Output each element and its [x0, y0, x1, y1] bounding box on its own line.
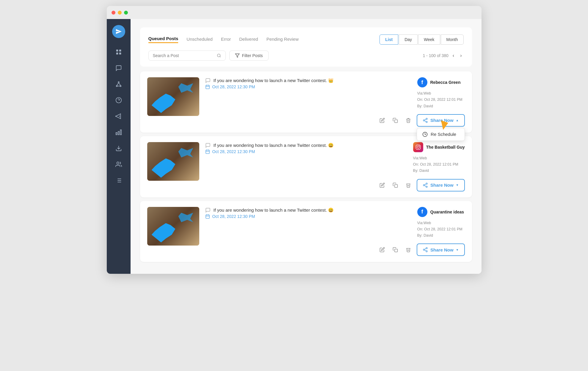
- app-layout: Queued Posts Unscheduled Error Delivered…: [107, 19, 482, 274]
- sidebar-item-network[interactable]: [111, 77, 126, 91]
- post-via-1: Via:Web: [417, 90, 462, 97]
- svg-rect-12: [120, 130, 121, 135]
- post-card-3: If you are wondering how to launch a new…: [140, 201, 472, 262]
- delete-button-3[interactable]: [404, 245, 413, 254]
- share-btn-wrapper-1: Share Now ▲ Re Schedule: [417, 114, 465, 127]
- tab-error[interactable]: Error: [221, 37, 231, 43]
- svg-rect-44: [395, 184, 398, 187]
- share-icon-1: [423, 118, 428, 123]
- sidebar-item-team[interactable]: [111, 158, 126, 171]
- reschedule-label: Re Schedule: [431, 132, 456, 137]
- post-actions-1: Share Now ▲ Re Schedule: [377, 114, 465, 127]
- sidebar-item-list[interactable]: [111, 174, 126, 187]
- search-input[interactable]: [153, 53, 215, 58]
- calendar-icon-1: [205, 84, 210, 89]
- svg-rect-37: [206, 150, 209, 153]
- send-icon: [115, 28, 122, 35]
- post-on-1: On: Oct 28, 2022 12:01 PM: [417, 97, 462, 103]
- duplicate-button-1[interactable]: [391, 116, 400, 125]
- svg-point-23: [217, 54, 220, 57]
- prev-page-button[interactable]: ‹: [451, 52, 456, 59]
- svg-point-33: [426, 121, 427, 123]
- next-page-button[interactable]: ›: [458, 52, 463, 59]
- sidebar-item-megaphone[interactable]: [111, 109, 126, 123]
- svg-point-47: [426, 186, 427, 188]
- post-date-2: Oct 28, 2022 12:30 PM: [212, 149, 255, 154]
- post-text-row-3: If you are wondering how to launch a new…: [205, 207, 372, 214]
- post-text-3: If you are wondering how to launch a new…: [214, 207, 334, 214]
- close-button[interactable]: [112, 11, 115, 15]
- sidebar-item-analytics[interactable]: [111, 125, 126, 139]
- svg-point-42: [417, 146, 419, 148]
- tabs-left: Queued Posts Unscheduled Error Delivered…: [148, 36, 299, 43]
- post-card-2: If you are wondering how to launch a new…: [140, 136, 472, 197]
- pagination: 1 - 100 of 380 ‹ ›: [423, 52, 463, 59]
- duplicate-button-3[interactable]: [391, 245, 400, 254]
- duplicate-button-2[interactable]: [391, 180, 400, 190]
- maximize-button[interactable]: [124, 11, 128, 15]
- tabs-row: Queued Posts Unscheduled Error Delivered…: [148, 34, 464, 45]
- account-name-3: Quarantine ideas: [430, 210, 464, 214]
- tab-pending-review[interactable]: Pending Review: [266, 37, 299, 43]
- share-dropdown-1: Re Schedule: [417, 128, 465, 141]
- search-box[interactable]: [148, 51, 226, 61]
- post-text-icon-3: [205, 207, 211, 214]
- post-actions-3: Share Now ▼: [377, 243, 465, 256]
- post-text-2: If you are wondering how to launch a new…: [214, 142, 334, 149]
- post-meta-1: f Rebecca Green Via:Web On: Oct 28, 2022…: [417, 77, 465, 109]
- reschedule-button-1[interactable]: Re Schedule: [417, 128, 464, 141]
- view-month-button[interactable]: Month: [441, 34, 464, 45]
- svg-rect-13: [118, 131, 119, 135]
- filter-button[interactable]: Filter Posts: [229, 51, 269, 61]
- post-image-1: [147, 77, 199, 116]
- svg-point-31: [426, 118, 427, 120]
- svg-point-55: [426, 248, 427, 249]
- svg-rect-2: [116, 53, 118, 54]
- view-list-button[interactable]: List: [380, 34, 398, 45]
- view-day-button[interactable]: Day: [399, 34, 418, 45]
- tab-delivered[interactable]: Delivered: [239, 37, 258, 43]
- svg-line-24: [220, 56, 221, 57]
- share-now-button-3[interactable]: Share Now ▼: [417, 243, 465, 256]
- post-card-right-3: f Quarantine ideas Via:Web On: Oct 28, 2…: [377, 207, 465, 256]
- sidebar-item-download[interactable]: [111, 142, 126, 155]
- tab-unscheduled[interactable]: Unscheduled: [186, 37, 213, 43]
- post-by-1: By: David: [417, 103, 462, 109]
- post-on-2: On: Oct 28, 2022 12:01 PM: [413, 161, 458, 168]
- svg-point-56: [423, 249, 425, 251]
- svg-rect-3: [119, 53, 121, 54]
- sidebar-item-support[interactable]: [111, 93, 126, 107]
- calendar-icon-3: [205, 214, 210, 219]
- svg-rect-30: [395, 120, 398, 123]
- share-icon-2: [423, 183, 428, 188]
- post-text-1: If you are wondering how to launch a new…: [214, 77, 334, 84]
- post-card-middle-2: If you are wondering how to launch a new…: [205, 142, 372, 154]
- delete-button-1[interactable]: [404, 116, 413, 125]
- svg-point-4: [118, 82, 119, 83]
- sidebar: [107, 19, 131, 274]
- list-icon: [115, 177, 122, 184]
- sidebar-item-messages[interactable]: [111, 61, 126, 75]
- minimize-button[interactable]: [118, 11, 122, 15]
- edit-button-1[interactable]: [377, 116, 387, 125]
- post-card-middle-1: If you are wondering how to launch a new…: [205, 77, 372, 89]
- post-card-middle-3: If you are wondering how to launch a new…: [205, 207, 372, 219]
- message-icon: [115, 65, 122, 71]
- post-image-2: [147, 142, 199, 181]
- post-meta-detail-3: Via:Web On: Oct 28, 2022 12:01 PM By: Da…: [417, 220, 462, 239]
- sidebar-item-dashboard[interactable]: [111, 45, 126, 59]
- team-icon: [115, 161, 122, 168]
- svg-line-58: [425, 250, 426, 251]
- share-now-label-3: Share Now: [430, 247, 454, 252]
- svg-line-8: [119, 83, 120, 85]
- edit-button-3[interactable]: [377, 245, 387, 254]
- delete-button-2[interactable]: [404, 180, 413, 190]
- share-now-button-2[interactable]: Share Now ▼: [417, 179, 465, 191]
- svg-line-48: [425, 186, 426, 186]
- view-week-button[interactable]: Week: [418, 34, 440, 45]
- calendar-icon-2: [205, 149, 210, 154]
- sidebar-logo[interactable]: [112, 25, 125, 38]
- tab-queued-posts[interactable]: Queued Posts: [148, 36, 178, 43]
- post-date-row-1: Oct 28, 2022 12:30 PM: [205, 84, 372, 89]
- edit-button-2[interactable]: [377, 180, 387, 190]
